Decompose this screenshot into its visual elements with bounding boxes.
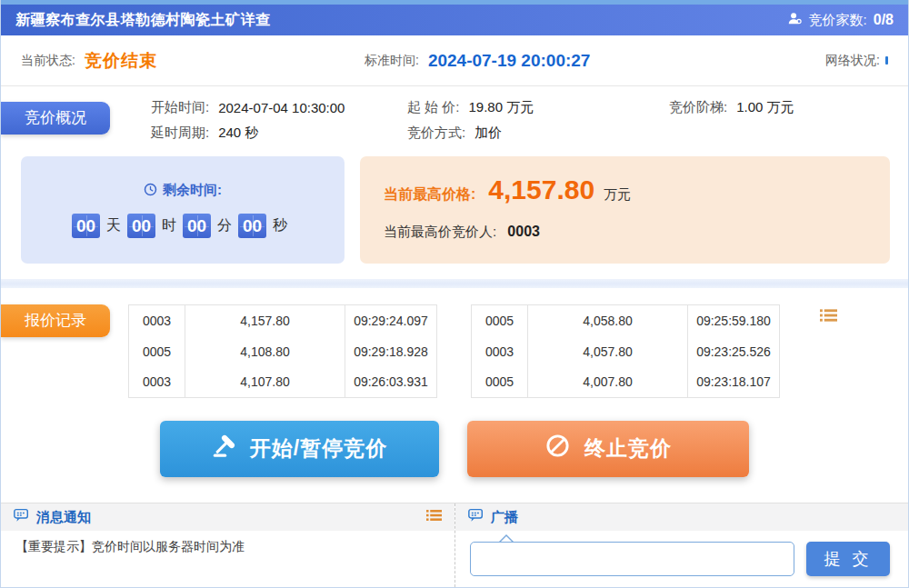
highest-price-panel: 当前最高价格: 4,157.80 万元 当前最高价竞价人: 0003 — [360, 156, 890, 264]
prohibit-icon — [544, 433, 571, 464]
notices-list-icon[interactable] — [426, 509, 442, 525]
broadcast-title: 广播 — [491, 509, 518, 526]
title-bar: 新疆察布查尔县塔勒德村陶瓷土矿详查 竞价家数: 0/8 — [1, 5, 908, 35]
price-cell: 4,057.80 — [528, 336, 688, 367]
time-value: 2024-07-19 20:00:27 — [428, 51, 591, 71]
broadcast-input[interactable] — [470, 542, 794, 576]
bidder-cell: 0003 — [472, 336, 528, 367]
countdown-digits: 00 天 00 时 00 分 00 秒 — [72, 214, 294, 238]
price-cell: 4,058.80 — [528, 305, 688, 336]
table-row: 0003 4,107.80 09:26:03.931 — [129, 367, 437, 398]
countdown-title: 剩余时间: — [144, 182, 222, 199]
network-label: 网络状况: — [825, 53, 880, 69]
start-pause-bid-button[interactable]: 开始/暂停竞价 — [160, 421, 439, 477]
overview-section-label: 竞价概况 — [1, 102, 110, 135]
network-signal-icon — [885, 56, 888, 65]
price-cell: 4,107.80 — [185, 367, 345, 398]
submit-button[interactable]: 提 交 — [806, 542, 890, 576]
countdown-seconds: 00 — [238, 214, 266, 238]
highest-price-value: 4,157.80 — [488, 174, 594, 205]
bidder-cell: 0005 — [472, 305, 528, 336]
auction-page: 新疆察布查尔县塔勒德村陶瓷土矿详查 竞价家数: 0/8 当前状态: 竞价结束 标… — [0, 0, 909, 588]
countdown-panel: 剩余时间: 00 天 00 时 00 分 00 秒 — [21, 156, 345, 264]
auction-overview-section: 竞价概况 开始时间: 2024-07-04 10:30:00 起 始 价: 19… — [1, 86, 908, 279]
network-status: 网络状况: — [825, 53, 888, 69]
field-start-time: 开始时间: 2024-07-04 10:30:00 — [151, 99, 407, 116]
status-bar: 当前状态: 竞价结束 标准时间: 2024-07-19 20:00:27 网络状… — [1, 35, 908, 86]
time-cell: 09:26:03.931 — [345, 367, 437, 398]
notice-message: 【重要提示】竞价时间以服务器时间为准 — [1, 531, 454, 563]
table-row: 0003 4,057.80 09:23:25.526 — [472, 336, 780, 367]
field-bid-mode: 竞价方式: 加价 — [407, 125, 669, 142]
notices-title: 消息通知 — [36, 509, 91, 526]
field-delay-period: 延时周期: 240 秒 — [151, 125, 407, 142]
time-cell: 09:29:24.097 — [345, 305, 437, 336]
bidder-cell: 0005 — [129, 336, 185, 367]
server-time: 标准时间: 2024-07-19 20:00:27 — [365, 51, 590, 71]
price-cell: 4,157.80 — [185, 305, 345, 336]
bidder-cell: 0003 — [129, 305, 185, 336]
speech-bubble-icon — [14, 508, 29, 526]
field-bid-increment: 竞价阶梯: 1.00 万元 — [669, 99, 908, 116]
highest-bidder-label: 当前最高价竞价人: — [384, 224, 496, 239]
price-cell: 4,007.80 — [528, 367, 688, 398]
table-row: 0003 4,157.80 09:29:24.097 — [129, 305, 437, 336]
price-cell: 4,108.80 — [185, 336, 345, 367]
bidders-counter: 竞价家数: 0/8 — [787, 11, 894, 29]
highest-bidder-value: 0003 — [507, 224, 540, 239]
section-divider — [1, 279, 908, 288]
time-cell: 09:29:18.928 — [345, 336, 437, 367]
highest-price-label: 当前最高价格: — [384, 185, 475, 204]
bidder-cell: 0005 — [472, 367, 528, 398]
bidder-cell: 0003 — [129, 367, 185, 398]
gavel-icon — [212, 434, 236, 463]
state-value: 竞价结束 — [85, 49, 157, 73]
bid-records-section: 报价记录 0003 4,157.80 09:29:24.097 0005 4,1… — [1, 288, 908, 420]
speech-bubble-icon — [468, 508, 484, 526]
highest-price-unit: 万元 — [604, 186, 631, 204]
terminate-bid-button[interactable]: 终止竞价 — [467, 421, 749, 477]
clock-icon — [144, 183, 157, 199]
countdown-minutes: 00 — [183, 214, 211, 238]
time-label: 标准时间: — [365, 53, 419, 69]
table-row: 0005 4,007.80 09:23:18.107 — [472, 367, 780, 398]
records-section-label: 报价记录 — [1, 304, 110, 337]
bid-records-table-right: 0005 4,058.80 09:25:59.180 0003 4,057.80… — [471, 304, 780, 398]
table-row: 0005 4,108.80 09:29:18.928 — [129, 336, 437, 367]
bidders-label: 竞价家数: — [809, 12, 867, 29]
time-cell: 09:23:18.107 — [688, 367, 780, 398]
notices-header: 消息通知 — [1, 503, 454, 531]
bottom-panels: 消息通知 【重要提示】竞价时间以服务器时间为准 — [1, 503, 908, 587]
action-buttons: 开始/暂停竞价 终止竞价 — [1, 420, 908, 477]
bidders-count: 0/8 — [874, 12, 894, 28]
time-cell: 09:23:25.526 — [688, 336, 780, 367]
countdown-hours: 00 — [127, 214, 155, 238]
records-list-icon[interactable] — [820, 308, 837, 326]
bid-records-table-left: 0003 4,157.80 09:29:24.097 0005 4,108.80… — [128, 304, 437, 398]
field-start-price: 起 始 价: 19.80 万元 — [407, 99, 669, 116]
notices-panel: 消息通知 【重要提示】竞价时间以服务器时间为准 — [1, 503, 455, 587]
page-title: 新疆察布查尔县塔勒德村陶瓷土矿详查 — [15, 11, 271, 30]
state-label: 当前状态: — [21, 53, 75, 69]
broadcast-input-wrap — [470, 542, 794, 576]
overview-fields: 开始时间: 2024-07-04 10:30:00 起 始 价: 19.80 万… — [151, 86, 908, 142]
users-icon — [787, 11, 803, 29]
time-cell: 09:25:59.180 — [688, 305, 780, 336]
countdown-days: 00 — [72, 214, 100, 238]
broadcast-header: 广播 — [455, 503, 908, 531]
broadcast-panel: 广播 提 交 — [455, 503, 908, 587]
table-row: 0005 4,058.80 09:25:59.180 — [472, 305, 780, 336]
